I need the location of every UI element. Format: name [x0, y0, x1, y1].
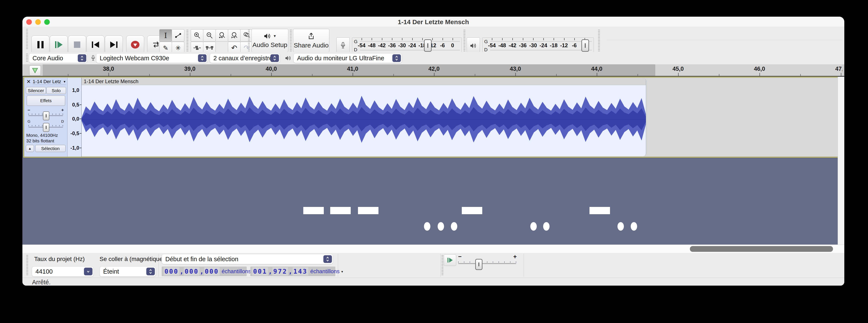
fit-selection-button[interactable] [216, 29, 228, 42]
snap-to-label: Se coller à (magnétique) [99, 256, 165, 263]
recording-meter-button[interactable] [336, 37, 350, 54]
horizontal-scrollbar-thumb[interactable] [690, 246, 833, 252]
main-toolbar: I ✎ ✳ ↶ ↷ ▼ Audio Setup [23, 27, 844, 52]
meter-slider-thumb[interactable] [581, 39, 589, 52]
digit-group[interactable]: 000 [184, 267, 199, 275]
zoom-in-button[interactable] [191, 29, 203, 42]
track-canvas[interactable]: ✕ 1-14 Der Letz ▼ Silencer Solo Effets −… [23, 77, 844, 244]
play-speed-slider-thumb[interactable] [475, 259, 483, 270]
timeline-major-tick [352, 73, 353, 76]
audio-setup-grip[interactable] [248, 30, 250, 53]
playback-meter[interactable]: G D -54-48-42-36-30-24-18-12-60 [482, 37, 594, 54]
skip-to-start-button[interactable] [87, 35, 104, 54]
slider-tick [458, 261, 459, 263]
audio-setup-icon: ▼ [264, 33, 277, 39]
pause-icon [37, 41, 43, 48]
timeline-major-tick [760, 73, 760, 76]
share-audio-button[interactable]: Share Audio [293, 29, 329, 52]
timeline-label: 41,0 [344, 66, 361, 72]
play-speed-slider[interactable] [458, 263, 516, 264]
timeline-major-tick [678, 73, 679, 76]
digit-group[interactable]: 001 [252, 267, 268, 275]
playback-device-select[interactable]: Audio du moniteur LG UltraFine [293, 53, 402, 63]
meter-slider-thumb[interactable] [424, 39, 432, 52]
digit-comma: , [288, 268, 292, 275]
timeline-minor-tick [638, 74, 638, 76]
horizontal-scrollbar[interactable] [23, 244, 844, 253]
silence-audio-icon [206, 45, 213, 51]
record-button[interactable] [126, 35, 144, 54]
pinned-play-head-button[interactable] [29, 65, 41, 76]
tools-toolbar-grip[interactable] [186, 30, 188, 53]
play-button[interactable] [50, 35, 68, 54]
skip-to-end-button[interactable] [105, 35, 123, 54]
selection-tool-button[interactable]: I [159, 29, 172, 42]
timeline-ruler[interactable]: 38,039,040,041,042,043,044,045,046,047,0 [43, 64, 842, 76]
recording-meter[interactable]: G D -54-48-42-36-30-24-18-12-60 [352, 37, 462, 54]
recording-device-icon [90, 55, 96, 62]
selection-mode-select[interactable]: Début et fin de la sélection [162, 254, 333, 264]
field-format-arrow-icon[interactable]: ▾ [341, 269, 343, 274]
speed-minus-label: − [458, 253, 462, 260]
digit-group[interactable]: 143 [292, 267, 308, 275]
digit-group[interactable]: 000 [164, 267, 179, 275]
digit-comma: , [268, 268, 272, 275]
recording-meter-groove-right [360, 50, 460, 51]
fit-project-button[interactable] [228, 29, 241, 42]
slider-tick [464, 261, 464, 263]
timeline[interactable]: 38,039,040,041,042,043,044,045,046,047,0 [23, 64, 844, 77]
digit-group[interactable]: 000 [204, 267, 220, 275]
field-unit-label: échantillons [310, 268, 340, 275]
ibeam-icon: I [164, 31, 167, 40]
status-text: Arrêté. [32, 279, 51, 286]
skip-start-icon [92, 41, 99, 48]
envelope-tool-button[interactable] [172, 29, 184, 42]
device-toolbar-grip[interactable] [26, 54, 28, 63]
skip-end-icon [110, 41, 118, 48]
audio-host-select[interactable]: Core Audio [29, 53, 87, 63]
pause-button[interactable] [31, 35, 49, 54]
meter-tick [442, 38, 443, 40]
meter-tick [453, 38, 453, 40]
transport-toolbar-grip[interactable] [26, 29, 28, 50]
snap-to-select[interactable]: Éteint [99, 266, 156, 276]
toolbar-separator [524, 254, 524, 277]
toolbar-end-grip[interactable] [598, 30, 600, 53]
recording-device-value: Logitech Webcam C930e [96, 55, 198, 62]
audio-setup-button[interactable]: ▼ Audio Setup [251, 29, 288, 52]
meter-tick [523, 38, 523, 40]
zoom-out-button[interactable] [203, 29, 216, 42]
toolbar-separator [440, 254, 441, 277]
vertical-scrollbar[interactable] [838, 77, 844, 244]
loop-icon [152, 41, 160, 48]
play-at-speed-grip[interactable] [441, 255, 443, 275]
share-audio-grip[interactable] [290, 30, 292, 53]
stop-icon [74, 41, 80, 48]
background-dot [530, 222, 537, 231]
selection-start-field[interactable]: 000,000,000échantillons▾ [162, 267, 247, 276]
playback-meter-grip[interactable] [463, 30, 465, 53]
meter-tick [402, 38, 402, 40]
zoom-toggle-button[interactable] [240, 29, 253, 42]
recording-device-select[interactable]: Logitech Webcam C930e [96, 53, 208, 63]
timeline-minor-tick [719, 74, 719, 76]
project-rate-select[interactable]: 44100 [32, 266, 94, 276]
digit-group[interactable]: 972 [272, 267, 288, 275]
selection-toolbar-grip[interactable] [26, 255, 28, 275]
playback-meter-button[interactable] [467, 37, 480, 54]
bottom-toolbars: Taux du projet (Hz) 44100 Se coller à (m… [23, 253, 844, 278]
title-bar: 1-14 Der Letzte Mensch [23, 17, 844, 27]
window-title: 1-14 Der Letzte Mensch [23, 19, 844, 26]
recording-channels-select[interactable]: 2 canaux d’enregistre... [210, 53, 280, 63]
timeline-minor-tick [556, 74, 557, 76]
timeline-label: 40,0 [263, 66, 280, 72]
meter-tick [574, 38, 575, 40]
meter-tick [382, 38, 382, 40]
stop-button[interactable] [68, 35, 86, 54]
share-audio-label: Share Audio [294, 42, 329, 49]
meter-tick [412, 38, 413, 40]
selection-end-field[interactable]: 001,972,143échantillons▾ [250, 267, 335, 276]
trim-audio-icon [193, 45, 201, 51]
envelope-icon [175, 32, 182, 39]
play-at-speed-button[interactable] [444, 254, 456, 266]
